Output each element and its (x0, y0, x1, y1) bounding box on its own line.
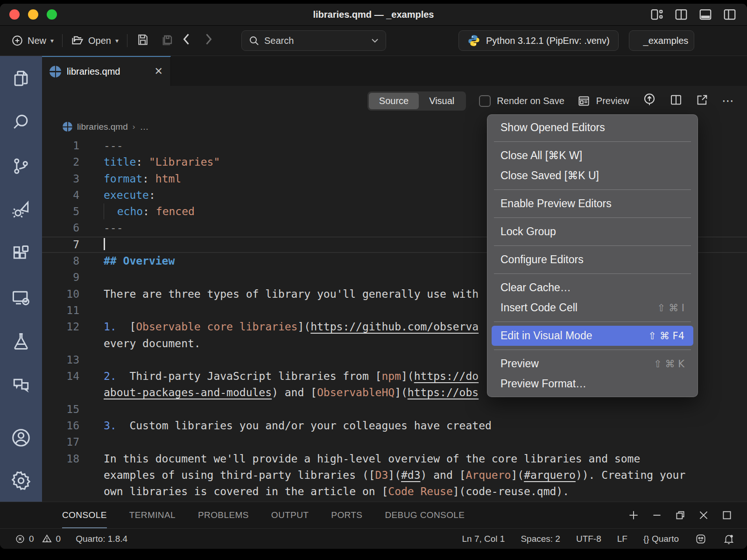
menu-item-label: Lock Group (500, 225, 556, 238)
panel-tab-problems[interactable]: PROBLEMS (198, 502, 249, 528)
testing-icon[interactable] (10, 331, 32, 352)
panel-maximize-icon[interactable] (721, 509, 733, 521)
quarto-version-status[interactable]: Quarto: 1.8.4 (76, 534, 127, 544)
menu-item-label: Insert Code Cell (500, 301, 578, 314)
interpreter-label: Python 3.12.1 (PipEnv: .venv) (486, 35, 610, 46)
source-control-icon[interactable] (10, 155, 32, 177)
panel-tab-debug-console[interactable]: DEBUG CONSOLE (385, 502, 465, 528)
split-editor-icon[interactable] (669, 93, 683, 109)
encoding-status[interactable]: UTF-8 (576, 534, 601, 544)
code-segment: [ (117, 321, 136, 333)
toggle-panel-icon[interactable] (698, 7, 712, 21)
tab-libraries-qmd[interactable]: libraries.qmd ✕ (42, 56, 171, 86)
visual-mode-button[interactable]: Visual (419, 93, 465, 109)
menu-item-show-opened-editors[interactable]: Show Opened Editors (492, 118, 693, 138)
indentation-status[interactable]: Spaces: 2 (521, 534, 560, 544)
panel-tab-terminal[interactable]: TERMINAL (129, 502, 176, 528)
panel-restore-icon[interactable] (674, 509, 686, 521)
menu-item-close-saved-k-u[interactable]: Close Saved [⌘K U] (492, 166, 693, 186)
cursor-position-status[interactable]: Ln 7, Col 1 (462, 534, 505, 544)
render-on-save-checkbox[interactable] (479, 95, 491, 107)
interpreter-selector[interactable]: Python 3.12.1 (PipEnv: .venv) (458, 30, 619, 51)
new-button[interactable]: New ▾ (11, 35, 54, 47)
preview-icon (578, 95, 590, 107)
menu-item-label: Clear Cache… (500, 281, 571, 294)
menu-item-close-all-k-w[interactable]: Close All [⌘K W] (492, 146, 693, 166)
save-button[interactable] (136, 33, 150, 49)
zoom-window-button[interactable] (47, 9, 57, 20)
run-debug-icon[interactable] (10, 199, 32, 221)
panel-tab-console[interactable]: CONSOLE (62, 502, 107, 528)
code-segment: Observable core libraries (136, 321, 297, 333)
breadcrumb-file[interactable]: libraries.qmd (77, 122, 128, 132)
open-in-new-window-icon[interactable] (696, 93, 709, 109)
line-number (42, 385, 79, 401)
line-number: 11 (42, 302, 79, 319)
code-line-wrap[interactable]: own libraries is covered in the article … (42, 483, 747, 500)
line-number: 5 (42, 203, 79, 220)
python-logo-icon (467, 34, 480, 47)
render-icon[interactable] (642, 93, 656, 109)
settings-gear-icon[interactable] (10, 470, 32, 491)
panel-tab-ports[interactable]: PORTS (331, 502, 362, 528)
open-button[interactable]: Open ▾ (71, 34, 119, 47)
panel-minimize-icon[interactable] (651, 509, 663, 521)
code-text (79, 352, 104, 368)
search-view-icon[interactable] (10, 112, 32, 133)
code-line-15[interactable]: 15 (42, 401, 747, 418)
close-window-button[interactable] (9, 9, 20, 20)
close-tab-icon[interactable]: ✕ (155, 65, 163, 77)
chevron-down-icon[interactable] (371, 35, 379, 46)
code-segment: Arquero (465, 469, 511, 481)
code-line-17[interactable]: 17 (42, 434, 747, 450)
preview-button[interactable]: Preview (578, 95, 629, 107)
eol-status[interactable]: LF (617, 534, 627, 544)
navigate-forward-button[interactable] (197, 32, 220, 49)
menu-item-lock-group[interactable]: Lock Group (492, 222, 693, 242)
code-segment: )). Creating your (576, 469, 685, 481)
code-segment: own libraries is covered in the article … (104, 485, 388, 497)
save-all-button[interactable] (160, 32, 175, 49)
code-text (79, 237, 105, 253)
traffic-lights (9, 9, 57, 20)
code-segment: ]( (395, 386, 408, 399)
menu-item-configure-editors[interactable]: Configure Editors (492, 250, 693, 270)
source-mode-button[interactable]: Source (369, 93, 419, 109)
comments-icon[interactable] (10, 375, 32, 396)
code-line-wrap[interactable]: examples of using third-party libraries … (42, 467, 747, 483)
breadcrumb-more[interactable]: … (140, 122, 148, 132)
menu-item-label: Preview Format… (500, 378, 586, 390)
code-segment: "Libraries" (149, 156, 220, 168)
remote-explorer-icon[interactable] (10, 287, 32, 308)
customize-layout-icon[interactable] (650, 7, 664, 21)
split-editor-layout-icon[interactable] (674, 7, 688, 21)
panel-tab-output[interactable]: OUTPUT (271, 502, 309, 528)
panel-close-icon[interactable] (698, 509, 710, 521)
menu-item-clear-cache[interactable]: Clear Cache… (492, 278, 693, 298)
menu-item-preview-format[interactable]: Preview Format… (492, 374, 693, 394)
code-segment: --- (104, 222, 123, 234)
extensions-icon[interactable] (10, 243, 32, 265)
explorer-icon[interactable] (10, 68, 32, 89)
menu-item-enable-preview-editors[interactable]: Enable Preview Editors (492, 194, 693, 214)
project-button[interactable]: _examples (629, 30, 694, 51)
menu-item-preview[interactable]: Preview⇧ ⌘ K (492, 354, 693, 374)
more-actions-icon[interactable]: ⋯ (722, 94, 735, 108)
language-mode-status[interactable]: {} Quarto (643, 534, 679, 544)
account-icon[interactable] (10, 427, 32, 448)
panel-plus-icon[interactable] (627, 509, 640, 521)
search-input[interactable]: Search (241, 30, 386, 51)
toggle-secondary-sidebar-icon[interactable] (723, 7, 737, 21)
code-line-18[interactable]: 18In this document we'll provide a high-… (42, 451, 747, 467)
problems-status[interactable]: 0 0 (15, 533, 61, 544)
code-line-16[interactable]: 163. Custom libraries you and/or your co… (42, 418, 747, 434)
app-window: libraries.qmd — _examples New ▾ Open ▾ S… (0, 4, 747, 549)
code-text: execute: (79, 187, 155, 203)
feedback-smiley-icon[interactable] (695, 533, 707, 545)
notifications-bell-icon[interactable] (723, 533, 735, 545)
menu-item-edit-in-visual-mode[interactable]: Edit in Visual Mode⇧ ⌘ F4 (492, 326, 693, 346)
toolbar-divider (127, 34, 127, 47)
menu-item-insert-code-cell[interactable]: Insert Code Cell⇧ ⌘ I (492, 298, 693, 318)
navigate-back-button[interactable] (175, 32, 197, 49)
minimize-window-button[interactable] (28, 9, 38, 20)
